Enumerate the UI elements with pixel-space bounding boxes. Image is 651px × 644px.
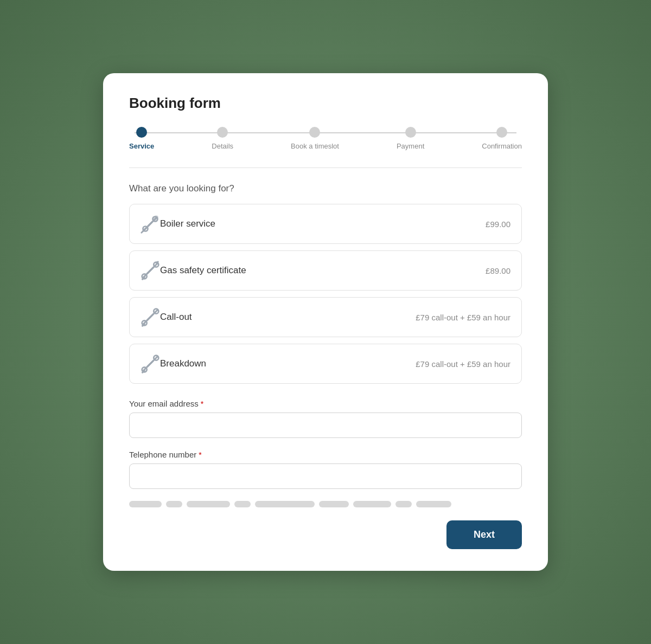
footer-links xyxy=(129,501,522,507)
footer-actions: Next xyxy=(129,520,522,549)
footer-pill-1[interactable] xyxy=(129,501,162,507)
svg-line-21 xyxy=(148,361,154,367)
footer-pill-4[interactable] xyxy=(234,501,251,507)
service-name-boiler: Boiler service xyxy=(160,218,486,229)
service-card-boiler[interactable]: Boiler service £99.00 xyxy=(129,204,522,244)
email-required-star: * xyxy=(201,400,203,408)
footer-pill-9[interactable] xyxy=(416,501,451,507)
step-details: Details xyxy=(212,127,233,150)
section-divider xyxy=(129,168,522,168)
tool-icon-boiler xyxy=(141,214,160,234)
service-price-breakdown: £79 call-out + £59 an hour xyxy=(416,359,510,369)
service-card-gas[interactable]: Gas safety certificate £89.00 xyxy=(129,250,522,291)
progress-steps: Service Details Book a timeslot Payment … xyxy=(129,127,522,150)
step-label-payment: Payment xyxy=(397,142,424,150)
svg-line-12 xyxy=(156,262,158,263)
step-timeslot: Book a timeslot xyxy=(291,127,339,150)
service-name-gas: Gas safety certificate xyxy=(160,265,486,276)
telephone-input[interactable] xyxy=(129,463,522,489)
tool-icon-gas xyxy=(141,261,160,280)
form-title: Booking form xyxy=(129,95,522,112)
step-dot-timeslot xyxy=(309,127,320,138)
footer-pill-3[interactable] xyxy=(187,501,230,507)
section-question: What are you looking for? xyxy=(129,183,522,194)
step-dot-details xyxy=(217,127,228,138)
footer-pill-6[interactable] xyxy=(319,501,349,507)
service-name-callout: Call-out xyxy=(160,312,416,323)
service-name-breakdown: Breakdown xyxy=(160,358,416,369)
step-label-confirmation: Confirmation xyxy=(482,142,522,150)
telephone-field-group: Telephone number * xyxy=(129,450,522,489)
next-button[interactable]: Next xyxy=(446,520,522,549)
step-dot-confirmation xyxy=(496,127,507,138)
footer-pill-7[interactable] xyxy=(353,501,391,507)
service-price-boiler: £99.00 xyxy=(486,220,510,229)
step-label-timeslot: Book a timeslot xyxy=(291,142,339,150)
service-price-callout: £79 call-out + £59 an hour xyxy=(416,313,510,322)
footer-pill-8[interactable] xyxy=(395,501,412,507)
email-label: Your email address * xyxy=(129,399,522,408)
service-price-gas: £89.00 xyxy=(486,266,510,275)
booking-form-card: Booking form Service Details Book a time… xyxy=(103,73,548,571)
step-payment: Payment xyxy=(397,127,424,150)
service-card-breakdown[interactable]: Breakdown £79 call-out + £59 an hour xyxy=(129,344,522,384)
step-dot-payment xyxy=(405,127,416,138)
svg-line-3 xyxy=(148,222,152,226)
step-service: Service xyxy=(129,127,154,150)
step-dot-service xyxy=(136,127,147,138)
tool-icon-callout xyxy=(141,307,160,327)
footer-pill-5[interactable] xyxy=(255,501,315,507)
tool-icon-breakdown xyxy=(141,354,160,373)
step-label-details: Details xyxy=(212,142,233,150)
progress-bar: Service Details Book a timeslot Payment … xyxy=(129,127,522,150)
step-label-service: Service xyxy=(129,142,154,150)
telephone-required-star: * xyxy=(199,450,201,459)
telephone-label: Telephone number * xyxy=(129,450,522,459)
step-confirmation: Confirmation xyxy=(482,127,522,150)
svg-line-16 xyxy=(148,314,154,320)
svg-line-6 xyxy=(142,230,144,233)
svg-line-10 xyxy=(148,268,154,274)
service-list: Boiler service £99.00 Gas safety certifi… xyxy=(129,204,522,384)
email-input[interactable] xyxy=(129,413,522,438)
service-card-callout[interactable]: Call-out £79 call-out + £59 an hour xyxy=(129,297,522,337)
email-field-group: Your email address * xyxy=(129,399,522,438)
footer-pill-2[interactable] xyxy=(166,501,182,507)
